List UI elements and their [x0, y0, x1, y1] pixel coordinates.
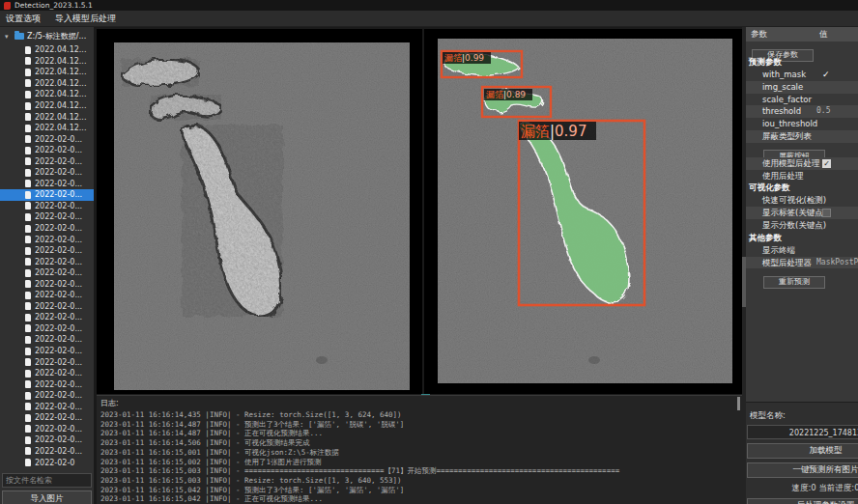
file-item[interactable]: 2022.04.12... [0, 56, 94, 68]
file-list: 2022.04.12...2022.04.12...2022.04.12...2… [0, 44, 94, 468]
file-label: 2022.04.12... [35, 124, 86, 132]
file-item[interactable]: 2022.04.12... [0, 78, 94, 90]
param-row[interactable]: 显示终端 [746, 244, 858, 257]
file-icon [25, 425, 31, 433]
file-label: 2022-02-0... [35, 224, 82, 233]
file-item[interactable]: 2022-02-0... [0, 312, 94, 323]
model-name-field[interactable]: 20221225_174813 [747, 425, 858, 439]
file-item[interactable]: 2022-02-0... [0, 223, 94, 235]
file-label: 2022-02-0... [35, 168, 82, 177]
app-icon [4, 2, 11, 10]
param-row[interactable]: 使用模型后处理✓ [746, 157, 858, 170]
checkbox-checked-icon[interactable]: ✓ [822, 159, 831, 168]
tree-root[interactable]: ▾ Z:/5-标注数据/... [0, 29, 94, 43]
parameters-panel: 参数 值 保存参数预测参数with_mask✓img_scalescale_fa… [746, 27, 858, 402]
file-icon [25, 191, 31, 199]
file-label: 2022-02-0... [35, 190, 82, 199]
file-label: 2022-02-0... [35, 135, 82, 144]
file-item[interactable]: 2022.04.12... [0, 111, 94, 123]
param-row[interactable]: 快速可视化(检测) [746, 194, 858, 207]
menu-import-postprocess[interactable]: 导入模型后处理 [55, 13, 116, 25]
file-item[interactable]: 2022-02-0... [0, 434, 94, 446]
log-lines: 2023-01-11 16:16:14,435 |INFO| - Resize:… [100, 410, 742, 504]
log-console[interactable]: 日志: 2023-01-11 16:16:14,435 |INFO| - Res… [97, 395, 742, 504]
param-row[interactable]: with_mask✓ [746, 69, 858, 81]
tree-root-label: Z:/5-标注数据/... [27, 31, 86, 42]
param-label: scale_factor [762, 95, 812, 104]
file-icon [25, 302, 31, 310]
file-item[interactable]: 2022-02-0... [0, 390, 94, 402]
file-item[interactable]: 2022-02-0... [0, 412, 94, 424]
menu-settings[interactable]: 设置选项 [6, 13, 41, 25]
param-row[interactable]: 模型后处理器MaskPostPro [746, 257, 858, 269]
file-item[interactable]: 2022-02-0... [0, 155, 94, 167]
file-item[interactable]: 2022-02-0... [0, 424, 94, 435]
file-label: 2022-02-0... [35, 246, 82, 255]
image-panel-detections[interactable]: 漏箔|0.99 漏箔|0.89 漏箔|0.97 [424, 29, 742, 394]
file-item[interactable]: 2022.04.12... [0, 89, 94, 100]
file-item[interactable]: 2022.04.12... [0, 100, 94, 112]
file-item[interactable]: 2022-02-0... [0, 267, 94, 279]
file-item[interactable]: 2022-02-0... [0, 290, 94, 301]
file-label: 2022.04.12... [35, 79, 86, 88]
file-icon [25, 102, 31, 110]
file-label: 2022.04.12... [35, 57, 86, 66]
param-row[interactable]: 屏蔽类型列表 [746, 130, 858, 143]
file-item[interactable]: 2022-02-0... [0, 334, 94, 346]
file-item[interactable]: 2022-02-0... [0, 378, 94, 390]
chevron-down-icon[interactable]: ▾ [5, 33, 12, 41]
log-scrollbar[interactable] [737, 397, 740, 410]
file-item[interactable]: 2022-02-0... [0, 167, 94, 179]
file-label: 2022-02-0... [35, 435, 82, 444]
param-row[interactable]: 显示标签(关键点) [746, 207, 858, 219]
file-item[interactable]: 2022.04.12... [0, 123, 94, 134]
param-button-row: 重新预测 [746, 268, 858, 283]
file-label: 2022-02-0... [35, 335, 82, 344]
file-item[interactable]: 2022-02-0... [0, 234, 94, 245]
file-item[interactable]: 2022-02-0... [0, 245, 94, 257]
param-button[interactable]: 重新预测 [763, 276, 825, 289]
param-label: 显示标签(关键点) [762, 208, 826, 217]
file-item[interactable]: 2022.04.12... [0, 67, 94, 78]
search-input[interactable] [2, 473, 92, 488]
file-label: 2022-02-0... [35, 369, 82, 378]
file-item[interactable]: 2022-02-0... [0, 133, 94, 145]
log-line: 2023-01-11 16:16:15,003 |INFO| - Resize:… [100, 476, 742, 486]
file-item[interactable]: 2022-02-0... [0, 446, 94, 458]
param-row[interactable]: iou_threshold [746, 118, 858, 130]
file-icon [25, 69, 31, 76]
file-item[interactable]: 2022-02-0... [0, 201, 94, 212]
file-label: 2022-02-0 [35, 459, 74, 467]
file-icon [25, 46, 31, 54]
file-item[interactable]: 2022-02-0... [0, 301, 94, 313]
file-icon [25, 91, 31, 98]
file-item[interactable]: 2022-02-0... [0, 368, 94, 379]
file-item[interactable]: 2022-02-0... [0, 256, 94, 267]
image-panel-original[interactable] [97, 29, 422, 394]
load-model-button[interactable]: 加载模型 [747, 443, 858, 459]
file-item[interactable]: 2022.04.12... [0, 44, 94, 56]
file-item[interactable]: 2022-02-0... [0, 323, 94, 335]
file-icon [25, 269, 31, 277]
file-item[interactable]: 2022-02-0... [0, 179, 94, 190]
checkbox-empty-icon[interactable] [822, 209, 831, 217]
file-item[interactable]: 2022-02-0... [0, 278, 94, 290]
import-images-button[interactable]: 导入图片 [2, 490, 92, 504]
param-row[interactable]: threshold0.5 [746, 105, 858, 118]
file-item[interactable]: 2022-02-0 [0, 457, 94, 468]
file-item[interactable]: 2022-02-0... [0, 145, 94, 156]
file-icon [25, 336, 31, 344]
postprocess-settings-button[interactable]: 后处理参数设置 [747, 498, 858, 504]
file-icon [25, 403, 31, 410]
param-row[interactable]: scale_factor [746, 94, 858, 106]
file-item[interactable]: 2022-02-0... [0, 346, 94, 357]
file-item[interactable]: 2022-02-0... [0, 211, 94, 223]
file-item[interactable]: 2022-02-0... [0, 189, 94, 201]
param-row[interactable]: img_scale [746, 81, 858, 94]
file-item[interactable]: 2022-02-0... [0, 402, 94, 413]
param-row[interactable]: 使用后处理 [746, 170, 858, 182]
file-item[interactable]: 2022-02-0... [0, 356, 94, 368]
param-row[interactable]: 显示分数(关键点) [746, 219, 858, 232]
predict-all-button[interactable]: 一键预测所有图片 [747, 462, 858, 478]
log-line: 2023-01-11 16:16:15,042 |INFO| - 预测出了3个结… [100, 486, 742, 495]
